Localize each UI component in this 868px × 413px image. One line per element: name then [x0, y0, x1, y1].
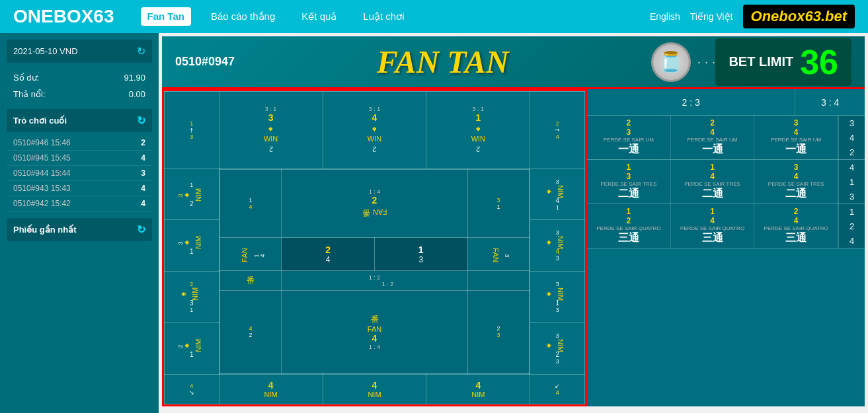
cell-top-1[interactable]: 3 : 1 3 ♠ WIN 2	[219, 92, 323, 169]
inner-bottom-mid[interactable]: 番 FAN 4 1 : 4	[282, 291, 467, 374]
game-id: 0510#0947	[175, 55, 235, 69]
ratio-2-3-label: 2 : 3	[587, 89, 795, 115]
cell-right-mid2[interactable]: 3 ♠ NIM 1 3	[530, 272, 585, 323]
history-refresh-icon[interactable]: ↻	[137, 114, 145, 127]
cell-yitong-3[interactable]: 3 4 PERDE SE SAIR UM 一通	[754, 116, 838, 159]
header: ONEBOX63 Fan Tan Báo cáo thắng Kết quả L…	[0, 0, 868, 33]
cell-left-mid2[interactable]: 2 ♠ NIM 3 1	[165, 272, 219, 323]
bowl-area: 🫙 · · ·	[651, 42, 716, 82]
cell-santong-1[interactable]: 1 2 PERDE SE SAIR QUATRO 三通	[587, 204, 671, 248]
cell-ertong-3[interactable]: 3 4 PERDE SE SAIR TRES 二通	[754, 160, 838, 204]
inner-bottom-center[interactable]: 1 : 2 1 : 2	[282, 271, 467, 291]
lang-english[interactable]: English	[650, 11, 680, 22]
cell-top-2[interactable]: 3 : 1 4 ♠ WIN 2	[323, 92, 426, 169]
brand-logo: Onebox63.bet	[743, 5, 855, 28]
cell-left-mid1[interactable]: 3 ♠ NIM 1	[165, 220, 219, 272]
float-row: Thả nổi: 0.00	[7, 86, 152, 102]
nav-links: Fan Tan Báo cáo thắng Kết quả Luật chơi	[141, 7, 411, 26]
lang-viet[interactable]: Tiếng Việt	[690, 11, 733, 22]
cell-left-top[interactable]: 1 3 ♠ NIM 2	[165, 169, 219, 220]
section-ertong: 1 3 PERDE SE SAIR TRES 二通 1 4 PERDE SE S…	[587, 160, 865, 204]
refresh-icon[interactable]: ↻	[137, 45, 145, 57]
game-header: 0510#0947 FAN TAN 🫙 · · · BET LIMIT 36	[162, 36, 865, 89]
recent-refresh-icon[interactable]: ↻	[137, 223, 145, 236]
inner-bl-bottom[interactable]: 番	[219, 271, 282, 291]
nav-ketqua[interactable]: Kết quả	[295, 7, 343, 26]
balance-row: Số dư: 91.90	[7, 69, 152, 86]
cell-left-bot[interactable]: 2 ♠ NIM 1	[165, 323, 219, 375]
center-left[interactable]: 2 4	[282, 238, 374, 271]
ratio-3-4-label: 3 : 4	[795, 89, 865, 115]
dots-area: · · ·	[697, 54, 716, 69]
section-yitong: 2 3 PERDE SE SAIR UM 一通 2 4 PERDE SE SAI…	[587, 116, 865, 160]
inner-top-mid[interactable]: 1 : 4 2 番 FAN	[282, 169, 467, 237]
cell-yitong-2[interactable]: 2 4 PERDE SE SAIR UM 一通	[671, 116, 755, 159]
side-santong: 1 2 4	[838, 204, 865, 248]
history-row-3: 0510#943 15:43 4	[7, 181, 152, 196]
cell-bot-1[interactable]: 4 NIM	[219, 374, 323, 404]
main-layout: 2021-05-10 VND ↻ Số dư: 91.90 Thả nổi: 0…	[0, 33, 868, 413]
logo: ONEBOX63	[13, 6, 114, 27]
cell-ertong-1[interactable]: 1 3 PERDE SE SAIR TRES 二通	[587, 160, 671, 204]
center-right[interactable]: 1 3	[374, 238, 467, 271]
side-yitong: 3 4 2	[838, 116, 865, 159]
side-ertong: 4 1 3	[838, 160, 865, 204]
cell-tl-corner[interactable]: 1 ↗ 3	[165, 92, 219, 169]
bet-limit-area: BET LIMIT 36	[715, 38, 851, 86]
inner-left-mid[interactable]: FAN 1 4	[219, 238, 282, 271]
bet-limit-value: 36	[800, 45, 838, 79]
game-title: FAN TAN	[377, 44, 509, 80]
cell-inner-area: 1 4 1 : 4 2 番 FAN	[219, 169, 530, 374]
balance-value: 91.90	[124, 73, 145, 83]
cell-top-3[interactable]: 3 : 1 1 ♠ WIN 2	[426, 92, 530, 169]
cell-bot-3[interactable]: 4 NIM	[426, 374, 530, 404]
nav-fantan[interactable]: Fan Tan	[141, 7, 191, 26]
history-row-1: 0510#945 15:45 4	[7, 151, 152, 166]
nav-luatchoi[interactable]: Luật chơi	[356, 7, 411, 26]
sidebar: 2021-05-10 VND ↻ Số dư: 91.90 Thả nổi: 0…	[0, 33, 159, 413]
inner-tr[interactable]: 3 1	[467, 169, 530, 237]
cell-bot-2[interactable]: 4 NIM	[323, 374, 426, 404]
nav-baocao[interactable]: Báo cáo thắng	[204, 7, 282, 26]
inner-br-corner[interactable]: 2 3	[467, 291, 530, 374]
cell-santong-2[interactable]: 1 4 PERDE SE SAIR QUATRO 三通	[671, 204, 755, 248]
board-area: 1 ↗ 3 3 : 1 3 ♠ WIN 2	[162, 89, 865, 406]
inner-table: 1 4 1 : 4 2 番 FAN	[219, 169, 530, 374]
inner-right-mid[interactable]: FAN 3	[467, 238, 530, 271]
cell-tr-corner[interactable]: 2 ↗ 4	[530, 92, 585, 169]
cell-ertong-2[interactable]: 1 4 PERDE SE SAIR TRES 二通	[671, 160, 755, 204]
header-right: English Tiếng Việt Onebox63.bet	[650, 5, 855, 28]
cell-yitong-1[interactable]: 2 3 PERDE SE SAIR UM 一通	[587, 116, 671, 159]
float-value: 0.00	[129, 89, 145, 99]
game-title-area: FAN TAN	[235, 44, 651, 80]
history-row-4: 0510#942 15:42 4	[7, 196, 152, 211]
cell-bl-corner[interactable]: 4 ↘	[165, 374, 219, 404]
main-content: 0510#0947 FAN TAN 🫙 · · · BET LIMIT 36	[159, 33, 868, 413]
right-panel: 2 : 3 3 : 4 2 3 PERDE SE SAIR UM 一通 2 4 …	[587, 89, 865, 406]
cell-br-corner[interactable]: ↙ 4	[530, 374, 585, 404]
cell-right-bot[interactable]: 3 ♠ NIM 2 3	[530, 323, 585, 375]
cell-santong-3[interactable]: 2 4 PERDE SE SAIR QUATRO 三通	[754, 204, 838, 248]
cell-right-mid1[interactable]: 3 ♠ NIM 4 3	[530, 220, 585, 272]
inner-br-corner2[interactable]	[467, 271, 530, 291]
ratio-header-row: 2 : 3 3 : 4	[587, 89, 865, 116]
section-santong: 1 2 PERDE SE SAIR QUATRO 三通 1 4 PERDE SE…	[587, 204, 865, 248]
history-row-0: 0510#946 15:46 2	[7, 135, 152, 151]
history-row-2: 0510#944 15:44 3	[7, 166, 152, 181]
sidebar-date: 2021-05-10 VND ↻	[7, 40, 152, 63]
history-section-title: Trò chơi cuối ↻	[7, 109, 152, 132]
cell-right-top[interactable]: 3 ♠ NIM 4 1	[530, 169, 585, 220]
bowl-icon: 🫙	[651, 42, 691, 82]
fan-tan-board: 1 ↗ 3 3 : 1 3 ♠ WIN 2	[162, 89, 587, 406]
inner-bl-corner[interactable]: 4 2	[219, 291, 282, 374]
bet-limit-label: BET LIMIT	[729, 54, 793, 69]
recent-section-title: Phiếu gần nhất ↻	[7, 218, 152, 241]
inner-tl[interactable]: 1 4	[219, 169, 282, 237]
board-table: 1 ↗ 3 3 : 1 3 ♠ WIN 2	[164, 91, 585, 404]
